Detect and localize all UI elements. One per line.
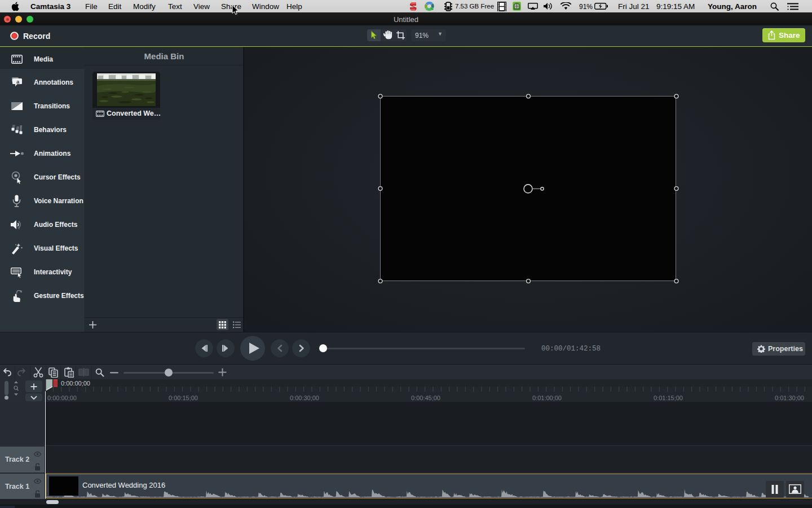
svg-text:0:00:45;00: 0:00:45;00: [411, 395, 440, 401]
svg-text:0:00:00;00: 0:00:00;00: [47, 395, 77, 401]
svg-text:0:01:30;00: 0:01:30;00: [775, 395, 804, 401]
svg-text:a: a: [16, 78, 20, 85]
svg-text:0:01:15;00: 0:01:15;00: [654, 395, 683, 401]
svg-text:0:01:00;00: 0:01:00;00: [532, 395, 562, 401]
svg-text:0:00:30;00: 0:00:30;00: [290, 395, 319, 401]
svg-text:0:00:15;00: 0:00:15;00: [169, 395, 198, 401]
